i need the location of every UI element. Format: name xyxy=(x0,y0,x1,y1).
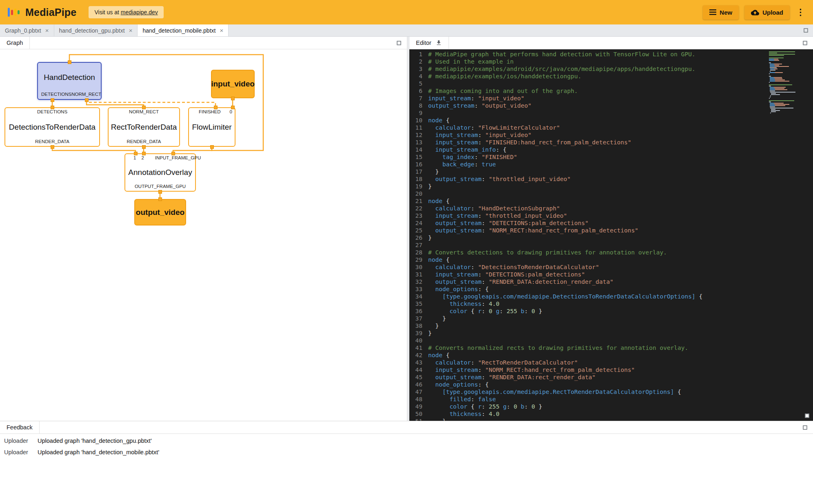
upload-button[interactable]: Upload xyxy=(744,5,790,20)
code-line: 19} xyxy=(409,183,813,190)
file-tab-label: hand_detection_mobile.pbtxt xyxy=(142,27,215,34)
new-button-label: New xyxy=(720,9,732,16)
mediapipe-dev-link[interactable]: mediapipe.dev xyxy=(121,9,158,15)
editor-tab-label: Editor xyxy=(416,40,431,46)
graph-node-flowlimiter[interactable]: FINISHED 0 FlowLimiter xyxy=(188,107,235,147)
code-line: 26} xyxy=(409,234,813,241)
code-line: 11 calculator: "FlowLimiterCalculator" xyxy=(409,124,813,131)
editor-panel: Editor 1# MediaPipe graph that performs … xyxy=(409,37,813,421)
port xyxy=(85,98,89,102)
code-line: 2# Used in the example in xyxy=(409,58,813,65)
port xyxy=(231,106,235,109)
port xyxy=(214,106,218,109)
file-tab-bar: Graph_0.pbtxt × hand_detection_gpu.pbtxt… xyxy=(0,24,813,37)
tab-editor[interactable]: Editor xyxy=(409,37,449,49)
code-line: 34 [type.googleapis.com/mediapipe.Detect… xyxy=(409,293,813,300)
minimap[interactable] xyxy=(769,51,802,114)
node-title: AnnotationOverlay xyxy=(125,162,195,183)
download-icon[interactable] xyxy=(435,40,442,46)
feedback-source: Uploader xyxy=(4,438,38,444)
code-line: 27 xyxy=(409,241,813,249)
code-line: 47 [type.googleapis.com/mediapipe.RectTo… xyxy=(409,388,813,396)
port-label-render-data: RENDER_DATA xyxy=(127,139,161,144)
graph-node-input-video[interactable]: input_video xyxy=(211,70,255,98)
code-line: 29node { xyxy=(409,256,813,263)
port xyxy=(210,145,214,149)
expand-icon[interactable] xyxy=(397,41,401,45)
code-editor[interactable]: 1# MediaPipe graph that performs hand de… xyxy=(409,49,813,421)
tab-graph[interactable]: Graph xyxy=(0,37,30,49)
port xyxy=(51,106,54,109)
close-tab-icon[interactable]: × xyxy=(220,27,223,33)
graph-node-annotationoverlay[interactable]: 1 2 INPUT_FRAME_GPU AnnotationOverlay OU… xyxy=(124,153,196,192)
graph-node-output-video[interactable]: output_video xyxy=(134,199,186,225)
app-title: MediaPipe xyxy=(25,7,76,18)
code-line: 39} xyxy=(409,329,813,337)
port-label-input-frame-gpu: INPUT_FRAME_GPU xyxy=(155,155,201,160)
file-tab-hand-detection-gpu[interactable]: hand_detection_gpu.pbtxt × xyxy=(54,24,138,36)
file-tab-graph-0[interactable]: Graph_0.pbtxt × xyxy=(0,24,54,36)
file-tab-label: Graph_0.pbtxt xyxy=(5,27,41,34)
node-title: RectToRenderData xyxy=(109,116,179,138)
code-line: 42node { xyxy=(409,351,813,359)
code-line: 38 } xyxy=(409,322,813,329)
menu-icon xyxy=(709,9,716,15)
port-label-render-data: RENDER_DATA xyxy=(35,139,69,144)
expand-icon[interactable] xyxy=(803,41,807,45)
code-line: 8output_stream: "output_video" xyxy=(409,102,813,109)
graph-panel-header: Graph xyxy=(0,37,407,49)
code-line: 1# MediaPipe graph that performs hand de… xyxy=(409,51,813,58)
code-line: 23 input_stream: "throttled_input_video" xyxy=(409,212,813,219)
port-label-norm-rect: NORM_RECT xyxy=(129,109,159,114)
expand-icon[interactable] xyxy=(805,413,809,418)
port xyxy=(51,145,54,149)
code-line: 28# Converts detections to drawing primi… xyxy=(409,249,813,256)
new-button[interactable]: New xyxy=(703,5,739,20)
graph-canvas[interactable]: HandDetection DETECTIONS NORM_RECT input… xyxy=(0,49,407,421)
port xyxy=(134,152,138,155)
node-title: output_video xyxy=(136,200,184,225)
feedback-panel-header: Feedback xyxy=(0,421,813,434)
more-options-icon[interactable]: ⋮ xyxy=(795,6,806,19)
code-line: 24 output_stream: "DETECTIONS:palm_detec… xyxy=(409,219,813,227)
code-line: 49 color { r: 255 g: 0 b: 0 } xyxy=(409,403,813,410)
expand-icon[interactable] xyxy=(803,425,807,430)
code-line: 33 node_options: { xyxy=(409,285,813,293)
port xyxy=(231,97,235,100)
tab-feedback[interactable]: Feedback xyxy=(0,421,40,433)
feedback-row: Uploader Uploaded graph 'hand_detection_… xyxy=(4,449,813,460)
port xyxy=(171,152,175,155)
code-line: 50 thickness: 4.0 xyxy=(409,410,813,418)
code-line: 12 input_stream: "input_video" xyxy=(409,131,813,139)
port xyxy=(142,145,146,149)
code-line: 41# Converts normalized rects to drawing… xyxy=(409,344,813,351)
port xyxy=(158,190,162,194)
close-tab-icon[interactable]: × xyxy=(45,27,49,33)
visit-us-banner[interactable]: Visit us at mediapipe.dev xyxy=(89,6,163,18)
port xyxy=(142,106,146,109)
port-label-finished: FINISHED xyxy=(199,109,221,114)
port xyxy=(142,152,146,155)
expand-icon[interactable] xyxy=(804,28,808,33)
node-title: HandDetection xyxy=(38,63,101,92)
code-line: 13 input_stream: "FINISHED:hand_rect_fro… xyxy=(409,139,813,146)
code-line: 48 filled: false xyxy=(409,396,813,403)
code-line: 44 input_stream: "NORM_RECT:hand_rect_fr… xyxy=(409,366,813,374)
code-line: 15 tag_index: "FINISHED" xyxy=(409,153,813,161)
code-line: 45 output_stream: "RENDER_DATA:rect_rend… xyxy=(409,374,813,381)
port-label-detections: DETECTIONS xyxy=(37,109,67,114)
feedback-panel: Feedback Uploader Uploaded graph 'hand_d… xyxy=(0,421,813,504)
code-line: 46 node_options: { xyxy=(409,381,813,388)
cloud-upload-icon xyxy=(751,9,759,15)
close-tab-icon[interactable]: × xyxy=(129,27,133,33)
graph-node-handdetection[interactable]: HandDetection DETECTIONS NORM_RECT xyxy=(37,62,102,100)
code-line: 31 input_stream: "DETECTIONS:palm_detect… xyxy=(409,271,813,278)
file-tab-hand-detection-mobile[interactable]: hand_detection_mobile.pbtxt × xyxy=(138,24,229,36)
graph-node-detectionstorenderdata[interactable]: DETECTIONS DetectionsToRenderData RENDER… xyxy=(4,107,100,147)
code-line: 17 } xyxy=(409,168,813,175)
node-title: FlowLimiter xyxy=(189,116,235,138)
code-line: 20 xyxy=(409,190,813,197)
graph-node-recttorenderdata[interactable]: NORM_RECT RectToRenderData RENDER_DATA xyxy=(108,107,180,147)
port-label-2: 2 xyxy=(141,155,144,160)
feedback-source: Uploader xyxy=(4,449,38,455)
